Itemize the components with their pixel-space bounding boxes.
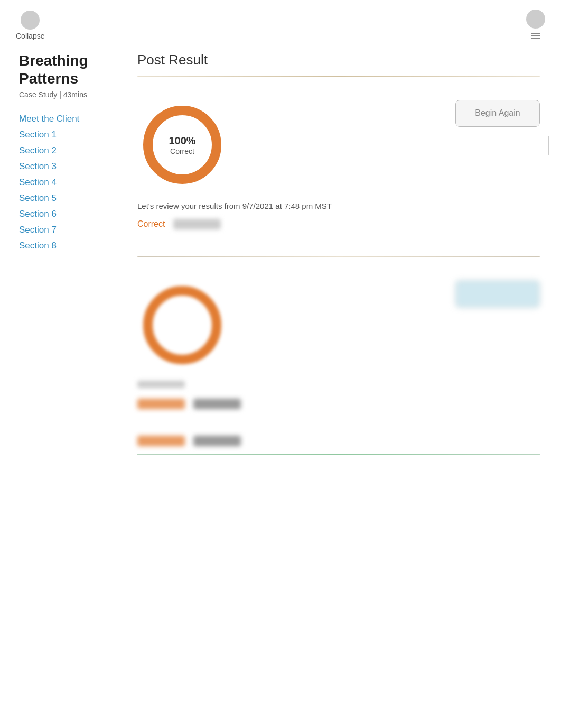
blurred-tag-gray-2 xyxy=(193,399,241,409)
bottom-tags xyxy=(137,436,540,446)
nav-item-section-1[interactable]: Section 1 xyxy=(19,130,57,140)
nav-item-section-2[interactable]: Section 2 xyxy=(19,145,57,155)
blurred-button-2 xyxy=(455,280,540,308)
donut-percent-1: 100% xyxy=(169,135,195,147)
main-content: Post Result 100% Correct Begin Again xyxy=(127,52,561,476)
nav-list: Meet the ClientSection 1Section 2Section… xyxy=(19,114,127,251)
divider-2 xyxy=(137,256,540,257)
nav-item-meet-the-client[interactable]: Meet the Client xyxy=(19,114,79,124)
menu-lines-icon xyxy=(529,31,543,41)
result-card-1-inner: 100% Correct Begin Again xyxy=(137,100,540,190)
course-meta: Case Study | 43mins xyxy=(19,90,127,99)
collapse-label: Collapse xyxy=(16,32,44,40)
course-title: Breathing Patterns xyxy=(19,52,127,87)
donut-chart-2 xyxy=(137,280,227,370)
nav-item-section-7[interactable]: Section 7 xyxy=(19,225,57,235)
top-bar: Collapse xyxy=(0,0,561,47)
result-card-2-inner xyxy=(137,280,540,370)
nav-item-section-4[interactable]: Section 4 xyxy=(19,177,57,187)
nav-item-section-6[interactable]: Section 6 xyxy=(19,209,57,219)
bottom-divider xyxy=(137,454,540,455)
collapse-button[interactable]: Collapse xyxy=(16,11,44,40)
tag-correct-1: Correct xyxy=(137,219,165,229)
donut-label-1: 100% Correct xyxy=(169,135,195,155)
scrollbar xyxy=(548,136,549,155)
begin-again-button[interactable]: Begin Again xyxy=(455,100,540,127)
result-tags-1: Correct xyxy=(137,219,540,229)
menu-button[interactable] xyxy=(526,10,545,41)
bottom-section xyxy=(137,436,540,455)
menu-icon xyxy=(526,10,545,29)
blurred-tag-orange-2 xyxy=(137,399,185,409)
nav-item-section-5[interactable]: Section 5 xyxy=(19,193,57,203)
nav-item-section-8[interactable]: Section 8 xyxy=(19,241,57,251)
divider-1 xyxy=(137,76,540,77)
nav-item-section-3[interactable]: Section 3 xyxy=(19,161,57,171)
blurred-row-2 xyxy=(137,381,540,388)
donut-chart-1: 100% Correct xyxy=(137,100,227,190)
main-layout: Breathing Patterns Case Study | 43mins M… xyxy=(0,47,561,476)
donut-correct-1: Correct xyxy=(169,147,195,155)
collapse-icon xyxy=(21,11,40,30)
bottom-tag-gray xyxy=(193,436,241,446)
tag-blurred-1 xyxy=(173,219,221,229)
post-result-title: Post Result xyxy=(137,52,540,68)
sidebar: Breathing Patterns Case Study | 43mins M… xyxy=(0,52,127,476)
result-card-2 xyxy=(137,270,540,420)
svg-point-3 xyxy=(148,291,217,360)
blurred-info-2 xyxy=(137,381,185,388)
bottom-tag-orange xyxy=(137,436,185,446)
blurred-tags-2 xyxy=(137,399,540,409)
result-card-1: 100% Correct Begin Again Let's review yo… xyxy=(137,89,540,240)
result-info-1: Let's review your results from 9/7/2021 … xyxy=(137,200,540,213)
